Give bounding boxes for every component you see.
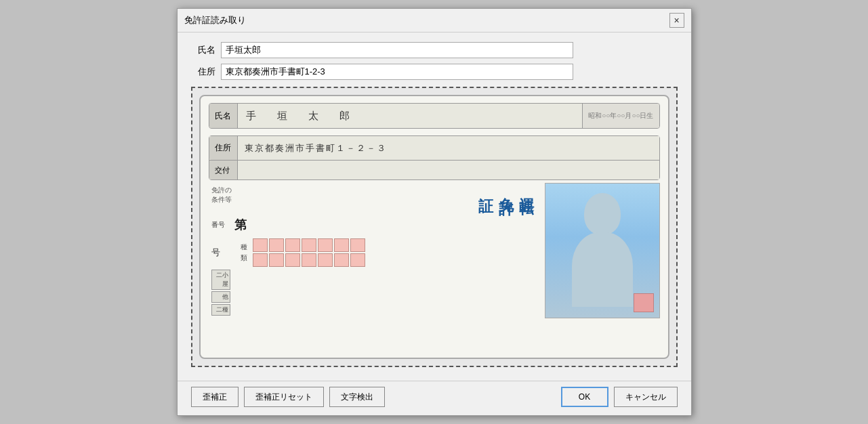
card-number-row: 番号 第 bbox=[211, 217, 465, 233]
type-cell-9 bbox=[269, 253, 284, 267]
cancel-button[interactable]: キャンセル bbox=[614, 387, 678, 407]
btn-group-left: 歪補正 歪補正リセット 文字検出 bbox=[191, 387, 385, 407]
card-dob: 昭和○○年○○月○○日生 bbox=[582, 104, 659, 128]
card-middle-section: 免許の条件等 番号 第 号 bbox=[209, 183, 660, 318]
card-type-area: 号 種 類 bbox=[211, 238, 465, 267]
card-address-value: 東京都奏洲市手書町１－２－３ bbox=[238, 136, 659, 160]
card-type-grid-container: 種 類 bbox=[241, 238, 365, 267]
card-type-label-class: 類 bbox=[241, 253, 247, 263]
card-num-label: 番号 bbox=[211, 220, 225, 230]
type-cell-6 bbox=[334, 238, 349, 252]
card-vertical-license-text: 運転免許証 bbox=[473, 183, 539, 318]
card-address-label: 住所 bbox=[209, 136, 238, 160]
card-small-rows: 二小屋 他 二種 bbox=[211, 270, 465, 316]
card-type-row-1 bbox=[253, 238, 365, 252]
type-cell-12 bbox=[318, 253, 333, 267]
card-type-labels: 種 類 bbox=[241, 242, 247, 263]
address-input[interactable] bbox=[221, 64, 573, 80]
name-field-row: 氏名 bbox=[191, 42, 678, 58]
dialog-buttons: 歪補正 歪補正リセット 文字検出 OK キャンセル bbox=[178, 381, 691, 415]
card-issued-value bbox=[238, 161, 659, 179]
title-bar: 免許証読み取り × bbox=[178, 9, 691, 33]
type-cell-14 bbox=[350, 253, 365, 267]
type-cell-11 bbox=[302, 253, 316, 267]
person-silhouette bbox=[572, 193, 633, 308]
name-label: 氏名 bbox=[191, 44, 215, 56]
address-field-row: 住所 bbox=[191, 64, 678, 80]
type-cell-2 bbox=[269, 238, 284, 252]
license-card: 氏名 手 垣 太 郎 昭和○○年○○月○○日生 住所 東京都奏洲市手書町１－２－… bbox=[199, 95, 669, 359]
distortion-correct-button[interactable]: 歪補正 bbox=[191, 387, 239, 407]
type-cell-10 bbox=[285, 253, 300, 267]
ocr-button[interactable]: 文字検出 bbox=[329, 387, 385, 407]
type-cell-7 bbox=[350, 238, 365, 252]
name-input[interactable] bbox=[221, 42, 573, 58]
card-name-row: 氏名 手 垣 太 郎 昭和○○年○○月○○日生 bbox=[209, 103, 660, 129]
person-body bbox=[572, 232, 633, 307]
card-address-row: 住所 東京都奏洲市手書町１－２－３ bbox=[209, 136, 659, 161]
card-number-suffix: 号 bbox=[211, 247, 220, 259]
card-num-label-section: 番号 bbox=[211, 220, 225, 230]
dialog-title: 免許証読み取り bbox=[184, 14, 246, 26]
ok-button[interactable]: OK bbox=[561, 387, 608, 407]
card-type-label-kind: 種 bbox=[241, 242, 247, 252]
dialog-body: 氏名 住所 氏名 手 垣 太 郎 昭和○○年○○月○○日生 住所 bbox=[178, 33, 691, 381]
type-cell-5 bbox=[318, 238, 333, 252]
type-cell-13 bbox=[334, 253, 349, 267]
type-cell-3 bbox=[285, 238, 300, 252]
card-number-section: 番号 第 号 種 類 bbox=[209, 214, 468, 318]
type-cell-8 bbox=[253, 253, 268, 267]
small-row-label-1: 二小屋 bbox=[211, 270, 230, 290]
card-address-outer: 住所 東京都奏洲市手書町１－２－３ 交付 bbox=[209, 135, 660, 180]
small-row-1: 二小屋 bbox=[211, 270, 465, 290]
card-type-row-2 bbox=[253, 253, 365, 267]
card-name-label: 氏名 bbox=[209, 104, 238, 128]
card-scan-area: 氏名 手 垣 太 郎 昭和○○年○○月○○日生 住所 東京都奏洲市手書町１－２－… bbox=[191, 87, 678, 367]
person-head bbox=[584, 193, 621, 235]
card-stamp bbox=[634, 293, 654, 312]
card-photo bbox=[545, 183, 660, 318]
close-button[interactable]: × bbox=[669, 13, 684, 28]
type-cell-4 bbox=[302, 238, 316, 252]
card-name-value: 手 垣 太 郎 bbox=[238, 104, 583, 128]
small-row-label-2: 他 bbox=[211, 291, 230, 303]
btn-group-right: OK キャンセル bbox=[561, 387, 678, 407]
type-cell-1 bbox=[253, 238, 268, 252]
dialog: 免許証読み取り × 氏名 住所 氏名 手 垣 太 郎 昭和○○年○○月○○日生 bbox=[177, 8, 692, 416]
distortion-reset-button[interactable]: 歪補正リセット bbox=[244, 387, 324, 407]
card-conditions-label: 免許の条件等 bbox=[211, 186, 465, 205]
card-type-grid bbox=[253, 238, 365, 267]
card-number-prefix: 第 bbox=[234, 217, 247, 233]
address-label: 住所 bbox=[191, 66, 215, 78]
card-conditions: 免許の条件等 bbox=[209, 183, 468, 214]
card-issued-row: 交付 bbox=[209, 161, 659, 179]
small-row-3: 二種 bbox=[211, 304, 465, 316]
small-row-2: 他 bbox=[211, 291, 465, 303]
card-issued-label: 交付 bbox=[209, 161, 238, 179]
small-row-label-3: 二種 bbox=[211, 304, 230, 316]
